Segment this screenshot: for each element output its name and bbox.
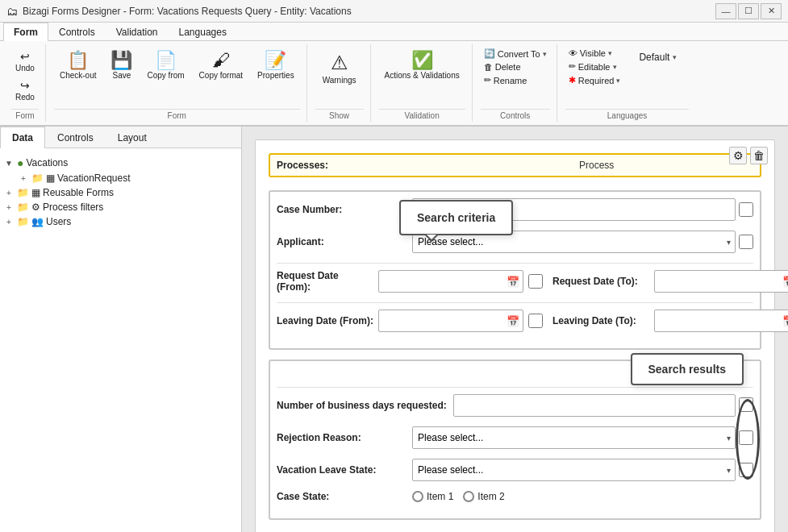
convert-arrow: ▾ [543, 50, 547, 58]
case-state-radio-group: Item 1 Item 2 [412, 491, 505, 502]
window-controls: — ☐ ✕ [715, 3, 782, 19]
tree-item-process-filters[interactable]: + 📁 ⚙ Process filters [0, 200, 241, 214]
save-icon: 💾 [110, 52, 132, 69]
leaving-date-from-checkbox[interactable] [528, 314, 543, 328]
ribbon-group-show: ⚠ Warnings Show [309, 44, 371, 122]
request-date-from-checkbox[interactable] [528, 274, 543, 289]
default-button[interactable]: Default ▾ [633, 48, 682, 67]
ribbon-group-controls: 🔄 Convert To ▾ 🗑 Delete ✏ Rename Control… [474, 44, 557, 122]
gear-button[interactable]: ⚙ [729, 147, 747, 164]
business-days-input[interactable]: 123 [453, 394, 736, 417]
tab-validation[interactable]: Validation [106, 23, 169, 41]
tab-languages[interactable]: Languages [169, 23, 237, 41]
rejection-reason-select[interactable]: Please select... [412, 426, 736, 449]
delete-button[interactable]: 🗑 Delete [481, 61, 550, 73]
visible-button[interactable]: 👁 Visible ▾ [565, 48, 624, 59]
vacation-request-label: VacationRequest [57, 172, 131, 184]
leaving-date-from-input[interactable]: M/d/yyyy [382, 315, 503, 326]
tab-form[interactable]: Form [3, 23, 48, 41]
divider-3 [277, 387, 753, 388]
divider-1 [277, 263, 753, 264]
actions-icon: ✅ [411, 52, 433, 69]
tree-item-vacations[interactable]: ▼ ● Vacations [0, 155, 241, 171]
rename-button[interactable]: ✏ Rename [481, 74, 550, 86]
maximize-button[interactable]: ☐ [738, 3, 759, 19]
expand-reusable-forms[interactable]: + [3, 187, 15, 198]
actions-validations-button[interactable]: ✅ Actions & Validations [379, 48, 465, 84]
expand-users[interactable]: + [3, 216, 15, 227]
applicant-label: Applicant: [277, 236, 406, 247]
vacation-leave-state-select[interactable]: Please select... [412, 459, 736, 481]
vacation-leave-state-checkbox[interactable] [739, 463, 753, 477]
minimize-button[interactable]: — [715, 3, 736, 19]
warnings-button[interactable]: ⚠ Warnings [315, 48, 364, 89]
tree-item-vacation-request[interactable]: + 📁 ▦ VacationRequest [15, 171, 241, 185]
expand-vacation-request[interactable]: + [18, 172, 29, 184]
search-criteria-section: Case Number: abc Applicant: Please selec… [269, 190, 761, 350]
case-number-checkbox[interactable] [739, 202, 753, 217]
ribbon-tabs: Form Controls Validation Languages [0, 23, 788, 41]
users-icon: 📁 [17, 216, 29, 227]
form-canvas: ⚙ 🗑 Processes: Process Case Number: abc [255, 139, 775, 532]
case-number-row: Case Number: abc [277, 198, 753, 221]
case-state-item1-label: Item 1 [427, 491, 453, 502]
checkout-button[interactable]: 📋 Check-out [54, 48, 102, 84]
sidebar-tab-data[interactable]: Data [0, 127, 45, 148]
search-criteria-callout: Search criteria [399, 200, 513, 235]
copy-format-button[interactable]: 🖌 Copy format [194, 48, 248, 84]
history-group-label: Form [11, 109, 39, 122]
business-days-checkbox[interactable] [739, 397, 753, 412]
expand-process-filters[interactable]: + [3, 202, 15, 213]
request-date-from-input[interactable]: M/d/yyyy [382, 276, 503, 287]
main-layout: Data Controls Layout ▼ ● Vacations + 📁 ▦… [0, 127, 788, 532]
process-filters-icon: 📁 [17, 202, 29, 213]
trash-button[interactable]: 🗑 [750, 147, 768, 164]
tab-controls[interactable]: Controls [48, 23, 106, 41]
form-group-label: Form [54, 109, 300, 122]
calendar-leaving-to-icon: 📅 [782, 315, 788, 327]
redo-button[interactable]: ↪ Redo [11, 77, 39, 104]
warnings-label: Warnings [323, 76, 356, 85]
users-label: Users [46, 216, 71, 227]
leaving-date-to-input[interactable]: M/d/yyyy [658, 315, 779, 326]
reusable-forms-label: Reusable Forms [43, 187, 114, 198]
rejection-reason-checkbox[interactable] [739, 430, 753, 445]
sidebar-tab-controls[interactable]: Controls [45, 127, 106, 148]
process-value: Process [440, 160, 753, 171]
save-button[interactable]: 💾 Save [105, 48, 138, 84]
required-button[interactable]: ✱ Required ▾ [565, 74, 624, 86]
leaving-date-from-label: Leaving Date (From): [277, 315, 373, 326]
copy-from-button[interactable]: 📄 Copy from [141, 48, 190, 84]
request-date-row: Request Date (From): M/d/yyyy 📅 Request … [277, 270, 753, 293]
divider-2 [277, 302, 753, 303]
tree-item-users[interactable]: + 📁 👥 Users [0, 214, 241, 229]
undo-button[interactable]: ↩ Undo [11, 48, 39, 75]
ribbon: Form Controls Validation Languages ↩ Und… [0, 23, 788, 127]
close-button[interactable]: ✕ [761, 3, 782, 19]
leaving-date-to-label: Leaving Date (To): [552, 315, 649, 326]
controls-group-label: Controls [481, 109, 550, 122]
business-days-row: Number of business days requested: 123 [277, 394, 753, 417]
case-state-item2[interactable]: Item 2 [463, 491, 504, 502]
redo-icon: ↪ [20, 79, 30, 92]
convert-to-button[interactable]: 🔄 Convert To ▾ [481, 48, 550, 60]
form-area: ⚙ 🗑 Processes: Process Case Number: abc [242, 127, 788, 532]
delete-icon: 🗑 [484, 62, 493, 72]
required-icon: ✱ [569, 75, 576, 85]
search-results-callout: Search results [631, 353, 744, 385]
ribbon-group-languages: 👁 Visible ▾ ✏ Editable ▾ ✱ Required ▾ [559, 44, 696, 122]
sidebar-tab-layout[interactable]: Layout [106, 127, 159, 148]
vacation-leave-state-label: Vacation Leave State: [277, 464, 406, 476]
tree-item-reusable-forms[interactable]: + 📁 ▦ Reusable Forms [0, 185, 241, 200]
properties-button[interactable]: 📝 Properties [252, 48, 300, 84]
vacation-leave-state-row: Vacation Leave State: Please select... ▾ [277, 459, 753, 481]
expand-vacations[interactable]: ▼ [3, 157, 15, 168]
editable-button[interactable]: ✏ Editable ▾ [565, 60, 624, 73]
process-filters-gear-icon: ⚙ [31, 202, 40, 213]
case-state-item1[interactable]: Item 1 [412, 491, 453, 502]
ribbon-group-history: ↩ Undo ↪ Redo Form [5, 44, 46, 122]
request-date-to-input[interactable]: M/d/yyyy [658, 276, 779, 287]
processes-row: Processes: Process [269, 153, 761, 177]
undo-label: Undo [15, 64, 35, 73]
applicant-checkbox[interactable] [739, 235, 753, 249]
